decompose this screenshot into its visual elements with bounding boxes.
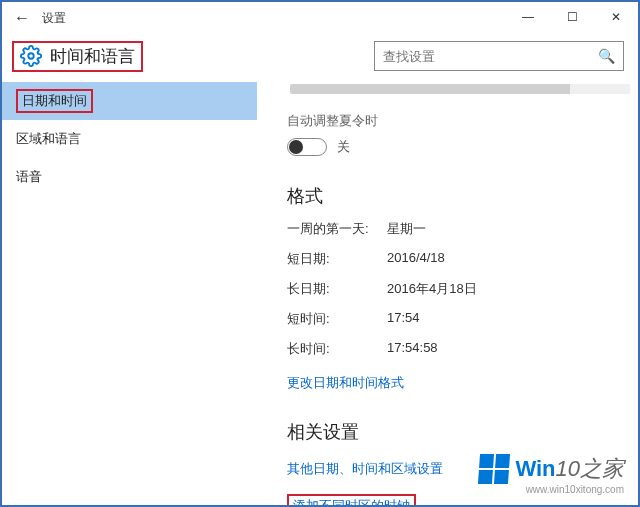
dst-toggle[interactable] — [287, 138, 327, 156]
watermark-text: Win10之家 — [515, 454, 624, 484]
format-row: 长时间:17:54:58 — [287, 340, 638, 358]
window-controls: — ☐ ✕ — [506, 2, 638, 32]
watermark-url: www.win10xitong.com — [479, 484, 624, 495]
gear-icon — [20, 45, 42, 67]
change-format-link[interactable]: 更改日期和时间格式 — [287, 374, 638, 392]
format-row: 长日期:2016年4月18日 — [287, 280, 638, 298]
dst-label: 自动调整夏令时 — [287, 112, 638, 130]
sidebar-item-label: 语音 — [16, 168, 42, 186]
sidebar-item-label: 日期和时间 — [16, 89, 93, 113]
scrollbar[interactable] — [290, 84, 630, 94]
svg-point-0 — [28, 53, 34, 59]
header-title: 时间和语言 — [50, 45, 135, 68]
search-box[interactable]: 🔍 — [374, 41, 624, 71]
sidebar-item-date-time[interactable]: 日期和时间 — [2, 82, 257, 120]
search-icon[interactable]: 🔍 — [598, 48, 615, 64]
add-clock-link[interactable]: 添加不同时区的时钟 — [287, 494, 416, 505]
format-row: 一周的第一天:星期一 — [287, 220, 638, 238]
format-row: 短时间:17:54 — [287, 310, 638, 328]
format-heading: 格式 — [287, 184, 638, 208]
window-title: 设置 — [42, 10, 66, 27]
back-button[interactable]: ← — [10, 9, 34, 27]
sidebar-item-speech[interactable]: 语音 — [2, 158, 257, 196]
search-input[interactable] — [383, 49, 598, 64]
windows-icon — [478, 454, 510, 484]
content-pane: 自动调整夏令时 关 格式 一周的第一天:星期一 短日期:2016/4/18 长日… — [257, 78, 638, 505]
related-heading: 相关设置 — [287, 420, 638, 444]
sidebar: 日期和时间 区域和语言 语音 — [2, 78, 257, 505]
watermark-logo: Win10之家 www.win10xitong.com — [479, 454, 624, 495]
sidebar-item-label: 区域和语言 — [16, 130, 81, 148]
header: 时间和语言 🔍 — [2, 34, 638, 78]
maximize-button[interactable]: ☐ — [550, 2, 594, 32]
dst-toggle-state: 关 — [337, 138, 350, 156]
sidebar-item-region-language[interactable]: 区域和语言 — [2, 120, 257, 158]
header-title-group: 时间和语言 — [12, 41, 143, 72]
format-row: 短日期:2016/4/18 — [287, 250, 638, 268]
close-button[interactable]: ✕ — [594, 2, 638, 32]
minimize-button[interactable]: — — [506, 2, 550, 32]
